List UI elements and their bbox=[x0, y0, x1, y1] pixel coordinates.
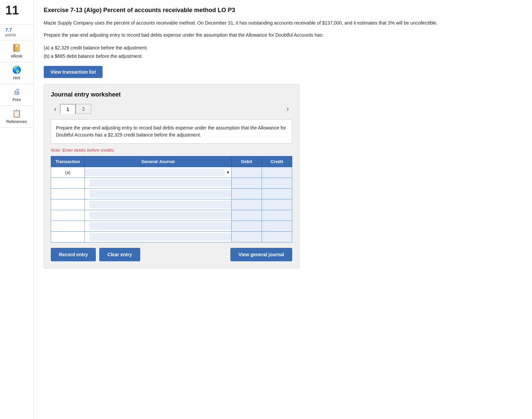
general-journal-input-3[interactable] bbox=[89, 190, 231, 198]
note-text: Note: Enter debits before credits. bbox=[51, 148, 292, 153]
credit-input-7[interactable] bbox=[262, 232, 292, 242]
credit-cell-2 bbox=[262, 178, 292, 189]
transaction-cell bbox=[51, 232, 85, 242]
credit-input-3[interactable] bbox=[262, 189, 292, 199]
points-block: 7.7 points bbox=[0, 27, 33, 37]
credit-input-5[interactable] bbox=[262, 210, 292, 221]
table-row bbox=[51, 210, 292, 221]
transaction-cell bbox=[51, 189, 85, 199]
general-journal-cell-4 bbox=[85, 199, 232, 210]
points-value: 7.7 bbox=[5, 27, 33, 33]
ebook-icon: 📔 bbox=[12, 44, 21, 52]
col-transaction: Transaction bbox=[51, 156, 85, 167]
transaction-cell bbox=[51, 199, 85, 210]
view-transaction-button[interactable]: View transaction list bbox=[44, 66, 103, 78]
print-label: Print bbox=[12, 98, 21, 102]
debit-cell-6 bbox=[232, 221, 262, 232]
credit-cell-7 bbox=[262, 232, 292, 242]
credit-cell-1 bbox=[262, 167, 292, 178]
general-journal-cell-5 bbox=[85, 210, 232, 221]
general-journal-cell-1: ▼ bbox=[85, 167, 232, 178]
sidebar-divider bbox=[0, 24, 33, 25]
credit-cell-4 bbox=[262, 199, 292, 210]
debit-input-6[interactable] bbox=[232, 221, 262, 231]
view-general-journal-button[interactable]: View general journal bbox=[230, 248, 292, 261]
table-row bbox=[51, 189, 292, 199]
problem-text: Mazie Supply Company uses the percent of… bbox=[44, 19, 522, 27]
general-journal-input-1[interactable] bbox=[85, 168, 225, 176]
main-content: Exercise 7-13 (Algo) Percent of accounts… bbox=[34, 0, 532, 419]
sidebar-item-hint[interactable]: 🌎 Hint bbox=[0, 62, 33, 84]
part-a: (a) a $2,329 credit balance before the a… bbox=[44, 44, 522, 52]
transaction-cell bbox=[51, 178, 85, 189]
transaction-cell: (a) bbox=[51, 167, 85, 178]
table-row bbox=[51, 232, 292, 242]
general-journal-input-6[interactable] bbox=[89, 222, 231, 230]
credit-cell-6 bbox=[262, 221, 292, 232]
description-text: Prepare the year-end adjusting entry to … bbox=[56, 125, 286, 138]
pagination: ‹ 1 2 › bbox=[51, 103, 292, 115]
general-journal-input-5[interactable] bbox=[89, 212, 231, 219]
debit-input-5[interactable] bbox=[232, 210, 262, 221]
worksheet-title: Journal entry worksheet bbox=[51, 91, 292, 98]
debit-input-2[interactable] bbox=[232, 178, 262, 188]
table-row bbox=[51, 178, 292, 189]
page-tab-2[interactable]: 2 bbox=[76, 104, 91, 114]
general-journal-input-4[interactable] bbox=[89, 201, 231, 208]
debit-cell-5 bbox=[232, 210, 262, 221]
sidebar-item-ebook[interactable]: 📔 eBook bbox=[0, 40, 33, 62]
prev-page-button[interactable]: ‹ bbox=[51, 103, 60, 115]
debit-input-1[interactable] bbox=[232, 167, 262, 178]
debit-input-3[interactable] bbox=[232, 189, 262, 199]
col-general-journal: General Journal bbox=[85, 156, 232, 167]
sidebar: 11 7.7 points 📔 eBook 🌎 Hint 🖨 Print 📋 R… bbox=[0, 0, 34, 419]
credit-cell-3 bbox=[262, 189, 292, 199]
print-icon: 🖨 bbox=[13, 87, 21, 96]
debit-cell-7 bbox=[232, 232, 262, 242]
page-tab-1[interactable]: 1 bbox=[60, 104, 76, 114]
points-label: points bbox=[5, 33, 33, 37]
debit-input-7[interactable] bbox=[232, 232, 262, 242]
exercise-title: Exercise 7-13 (Algo) Percent of accounts… bbox=[44, 7, 522, 14]
references-label: References bbox=[6, 119, 27, 124]
credit-input-2[interactable] bbox=[262, 178, 292, 188]
table-row: (a) ▼ bbox=[51, 167, 292, 178]
general-journal-input-2[interactable] bbox=[89, 179, 231, 187]
sidebar-item-references[interactable]: 📋 References bbox=[0, 106, 33, 128]
hint-label: Hint bbox=[13, 76, 20, 80]
hint-icon: 🌎 bbox=[12, 66, 21, 74]
transaction-cell bbox=[51, 221, 85, 232]
ebook-label: eBook bbox=[11, 54, 22, 59]
problem-number: 11 bbox=[0, 3, 19, 17]
transaction-cell bbox=[51, 210, 85, 221]
references-icon: 📋 bbox=[12, 109, 21, 118]
worksheet-box: Journal entry worksheet ‹ 1 2 › Prepare … bbox=[44, 84, 299, 268]
journal-table: Transaction General Journal Debit Credit… bbox=[51, 156, 292, 242]
clear-entry-button[interactable]: Clear entry bbox=[99, 248, 140, 261]
part-a-text: (a) a $2,329 credit balance before the a… bbox=[44, 45, 148, 50]
col-credit: Credit bbox=[262, 156, 292, 167]
general-journal-cell-3 bbox=[85, 189, 232, 199]
credit-input-6[interactable] bbox=[262, 221, 292, 231]
part-b: (b) a $685 debit balance before the adju… bbox=[44, 52, 522, 61]
general-journal-cell-6 bbox=[85, 221, 232, 232]
dropdown-arrow-button[interactable]: ▼ bbox=[225, 170, 231, 175]
general-journal-cell-7 bbox=[85, 232, 232, 242]
debit-input-4[interactable] bbox=[232, 199, 262, 210]
part-b-text: (b) a $685 debit balance before the adju… bbox=[44, 53, 143, 59]
col-debit: Debit bbox=[232, 156, 262, 167]
debit-cell-2 bbox=[232, 178, 262, 189]
table-row bbox=[51, 221, 292, 232]
record-entry-button[interactable]: Record entry bbox=[51, 248, 96, 261]
credit-input-1[interactable] bbox=[262, 167, 292, 178]
debit-cell-3 bbox=[232, 189, 262, 199]
credit-input-4[interactable] bbox=[262, 199, 292, 210]
general-journal-input-7[interactable] bbox=[89, 233, 231, 241]
credit-cell-5 bbox=[262, 210, 292, 221]
table-row bbox=[51, 199, 292, 210]
problem-instructions: Prepare the year-end adjusting entry to … bbox=[44, 31, 522, 39]
next-page-button[interactable]: › bbox=[283, 103, 292, 115]
debit-cell-1 bbox=[232, 167, 262, 178]
action-buttons: Record entry Clear entry View general jo… bbox=[51, 248, 292, 261]
sidebar-item-print[interactable]: 🖨 Print bbox=[0, 84, 33, 106]
